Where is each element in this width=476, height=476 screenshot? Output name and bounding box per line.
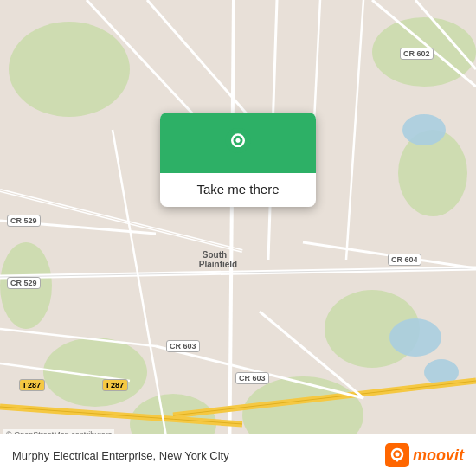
highway-label-i287a: I 287 (19, 379, 45, 391)
bottom-bar: Murphy Electrical Enterprise, New York C… (0, 434, 476, 476)
moovit-text: moovit (413, 447, 464, 465)
svg-point-1 (9, 22, 130, 117)
svg-point-43 (395, 453, 399, 457)
moovit-logo-icon (385, 443, 409, 467)
svg-point-10 (389, 318, 441, 357)
pin-area (160, 113, 316, 173)
road-label-cr529a: CR 529 (7, 215, 41, 227)
cta-card[interactable]: Take me there (160, 113, 316, 207)
road-label-cr603a: CR 603 (166, 340, 200, 352)
road-label-cr603b: CR 603 (235, 372, 269, 384)
moovit-logo: moovit (385, 443, 464, 467)
svg-text:Plainfield: Plainfield (199, 260, 237, 269)
svg-text:South: South (203, 250, 227, 260)
highway-label-i287b: I 287 (102, 379, 128, 391)
place-name: Murphy Electrical Enterprise, New York C… (12, 449, 229, 462)
map-svg: South Plainfield (0, 0, 476, 476)
road-label-cr602: CR 602 (400, 48, 434, 60)
svg-point-9 (402, 114, 446, 145)
location-pin-icon (222, 128, 254, 161)
road-label-cr529b: CR 529 (7, 277, 41, 289)
road-label-cr604: CR 604 (388, 254, 421, 266)
svg-point-39 (235, 138, 240, 143)
cta-button-label[interactable]: Take me there (160, 173, 316, 207)
map-container: South Plainfield CR 602 CR 604 CR 529 CR… (0, 0, 476, 476)
